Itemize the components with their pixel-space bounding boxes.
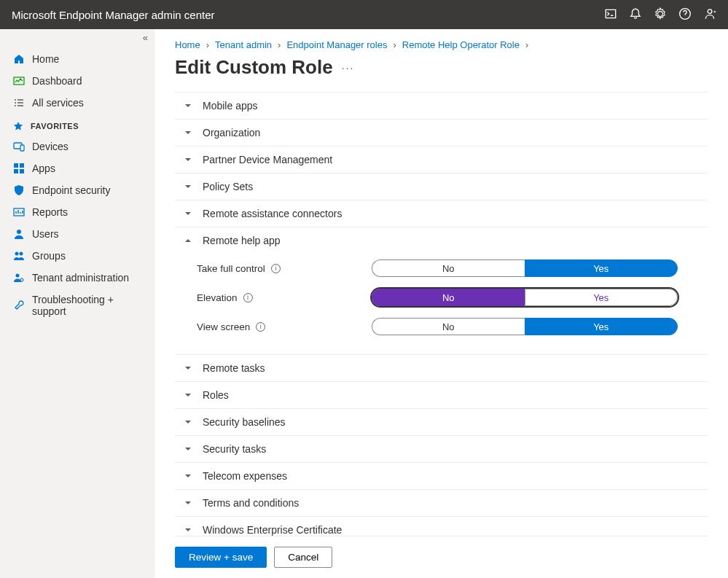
- toggle-no[interactable]: No: [372, 318, 525, 335]
- nav-reports[interactable]: Reports: [0, 201, 154, 223]
- section-organization[interactable]: Organization: [175, 119, 708, 146]
- chevron-down-icon: [184, 128, 192, 137]
- info-icon[interactable]: i: [243, 293, 253, 302]
- breadcrumb-home[interactable]: Home: [175, 39, 200, 50]
- chevron-down-icon: [184, 472, 192, 480]
- toggle-yes[interactable]: Yes: [525, 289, 678, 306]
- permission-label: View screen i: [197, 321, 372, 332]
- nav-groups[interactable]: Groups: [0, 245, 154, 267]
- section-mobile-apps[interactable]: Mobile apps: [175, 92, 708, 119]
- nav-endpoint-security[interactable]: Endpoint security: [0, 179, 154, 201]
- chevron-down-icon: [184, 182, 192, 191]
- apps-icon: [13, 163, 25, 174]
- more-menu-button[interactable]: ···: [342, 62, 355, 74]
- svg-point-14: [20, 278, 23, 281]
- section-security-tasks[interactable]: Security tasks: [175, 435, 708, 462]
- svg-rect-7: [14, 169, 18, 173]
- sidebar: « Home Dashboard All services FAVORITES …: [0, 29, 154, 578]
- nav-all-services[interactable]: All services: [0, 92, 154, 114]
- toggle-take-full-control[interactable]: No Yes: [372, 259, 678, 277]
- permission-label: Take full control i: [197, 263, 372, 274]
- svg-rect-8: [20, 169, 24, 173]
- breadcrumb-roles[interactable]: Endpoint Manager roles: [286, 39, 387, 50]
- chevron-right-icon: ›: [525, 39, 528, 50]
- svg-rect-4: [20, 145, 24, 151]
- app-title: Microsoft Endpoint Manager admin center: [12, 9, 214, 21]
- nav-label: Dashboard: [32, 75, 82, 87]
- notifications-icon[interactable]: [629, 7, 642, 23]
- feedback-icon[interactable]: [703, 7, 716, 23]
- svg-point-10: [17, 230, 21, 234]
- permission-elevation: Elevation i No Yes: [175, 283, 708, 312]
- nav-troubleshooting[interactable]: Troubleshooting + support: [0, 289, 154, 322]
- shield-icon: [13, 184, 25, 196]
- cloudshell-icon[interactable]: [604, 7, 617, 23]
- section-roles[interactable]: Roles: [175, 381, 708, 408]
- help-icon[interactable]: [678, 7, 692, 23]
- section-remote-assistance-connectors[interactable]: Remote assistance connectors: [175, 200, 708, 227]
- favorites-header: FAVORITES: [0, 114, 154, 136]
- nav-devices[interactable]: Devices: [0, 136, 154, 157]
- nav-apps[interactable]: Apps: [0, 157, 154, 179]
- svg-point-13: [16, 274, 20, 278]
- permission-label: Elevation i: [197, 292, 372, 303]
- review-save-button[interactable]: Review + save: [175, 547, 267, 568]
- section-policy-sets[interactable]: Policy Sets: [175, 173, 708, 200]
- home-icon: [13, 53, 25, 65]
- toggle-view-screen[interactable]: No Yes: [372, 318, 678, 335]
- section-remote-tasks[interactable]: Remote tasks: [175, 354, 708, 381]
- breadcrumb-current[interactable]: Remote Help Operator Role: [402, 39, 520, 50]
- nav-tenant-administration[interactable]: Tenant administration: [0, 267, 154, 289]
- chevron-down-icon: [184, 526, 192, 534]
- section-security-baselines[interactable]: Security baselines: [175, 408, 708, 435]
- chevron-up-icon: [184, 236, 192, 245]
- section-terms-and-conditions[interactable]: Terms and conditions: [175, 489, 708, 516]
- chevron-down-icon: [184, 155, 192, 164]
- toggle-yes[interactable]: Yes: [525, 259, 678, 277]
- topbar: Microsoft Endpoint Manager admin center: [0, 0, 728, 29]
- permission-view-screen: View screen i No Yes: [175, 312, 708, 341]
- gear-icon[interactable]: [654, 7, 667, 23]
- cancel-button[interactable]: Cancel: [274, 547, 332, 568]
- svg-point-1: [708, 9, 712, 13]
- section-windows-enterprise-certificate[interactable]: Windows Enterprise Certificate: [175, 516, 708, 536]
- section-remote-help-app: Remote help app Take full control i No Y…: [175, 227, 708, 354]
- nav-dashboard[interactable]: Dashboard: [0, 70, 154, 92]
- section-telecom-expenses[interactable]: Telecom expenses: [175, 462, 708, 489]
- wrench-icon: [13, 300, 25, 311]
- info-icon[interactable]: i: [256, 322, 265, 332]
- info-icon[interactable]: i: [271, 264, 281, 273]
- section-partner-device-management[interactable]: Partner Device Management: [175, 146, 708, 173]
- nav-label: Reports: [32, 206, 68, 218]
- toggle-elevation[interactable]: No Yes: [372, 289, 678, 306]
- breadcrumb-tenant[interactable]: Tenant admin: [215, 39, 272, 50]
- nav-users[interactable]: Users: [0, 223, 154, 245]
- svg-rect-5: [14, 163, 18, 168]
- nav-home[interactable]: Home: [0, 48, 154, 70]
- nav-label: Apps: [32, 163, 55, 174]
- svg-point-12: [20, 252, 23, 256]
- svg-rect-6: [20, 163, 24, 168]
- chevron-down-icon: [184, 364, 192, 372]
- star-icon: [13, 121, 23, 131]
- toggle-yes[interactable]: Yes: [525, 318, 678, 335]
- section-remote-help-app-header[interactable]: Remote help app: [175, 227, 708, 254]
- chevron-right-icon: ›: [278, 39, 281, 50]
- permission-take-full-control: Take full control i No Yes: [175, 254, 708, 283]
- nav-label: Home: [32, 53, 59, 65]
- topbar-actions: [604, 7, 716, 23]
- toggle-no[interactable]: No: [372, 289, 525, 306]
- nav-label: Endpoint security: [32, 184, 110, 196]
- chevron-down-icon: [184, 499, 192, 507]
- chevron-right-icon: ›: [206, 39, 209, 50]
- nav-label: Users: [32, 228, 59, 240]
- list-icon: [13, 97, 25, 109]
- sidebar-collapse-button[interactable]: «: [143, 32, 148, 43]
- toggle-no[interactable]: No: [372, 259, 525, 277]
- chevron-right-icon: ›: [393, 39, 396, 50]
- chevron-down-icon: [184, 209, 192, 218]
- reports-icon: [13, 206, 25, 218]
- nav-label: Troubleshooting + support: [32, 294, 145, 317]
- main-content: Home › Tenant admin › Endpoint Manager r…: [154, 29, 728, 578]
- tenant-icon: [13, 272, 25, 284]
